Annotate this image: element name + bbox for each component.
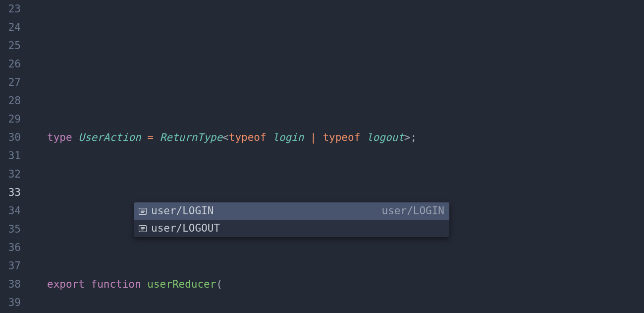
angle-open: < <box>222 131 229 143</box>
suggestion-widget[interactable]: user/LOGIN user/LOGIN user/LOGOUT <box>134 202 449 237</box>
identifier: login <box>272 131 304 143</box>
line-number: 39 <box>0 294 21 312</box>
keyword-typeof: typeof <box>229 131 267 143</box>
line-number: 30 <box>0 128 21 147</box>
line-number: 24 <box>0 18 21 37</box>
line-number-gutter: 23 24 25 26 27 28 29 30 31 32 33 34 35 3… <box>0 0 30 313</box>
keyword-export: export <box>47 278 85 290</box>
line-number: 32 <box>0 165 21 184</box>
function-name: userReducer <box>147 278 216 290</box>
line-number: 25 <box>0 37 21 55</box>
enum-member-icon <box>138 207 147 216</box>
line-number: 27 <box>0 73 21 92</box>
line-number-active: 33 <box>0 184 21 202</box>
line-number: 29 <box>0 110 21 128</box>
code-line[interactable]: export function userReducer( <box>30 275 644 294</box>
suggestion-label: user/LOGOUT <box>151 220 220 237</box>
suggestion-item[interactable]: user/LOGOUT <box>134 220 449 237</box>
semicolon: ; <box>410 131 417 143</box>
line-number: 28 <box>0 92 21 110</box>
keyword-function: function <box>91 278 141 290</box>
line-number: 26 <box>0 55 21 73</box>
suggestion-item[interactable]: user/LOGIN user/LOGIN <box>134 202 449 220</box>
code-line[interactable] <box>30 55 644 73</box>
type-name: UserAction <box>78 131 141 143</box>
enum-member-icon <box>138 224 147 233</box>
operator-pipe: | <box>310 131 317 143</box>
suggestion-label: user/LOGIN <box>151 202 214 220</box>
type-name: ReturnType <box>160 131 222 143</box>
line-number: 35 <box>0 220 21 239</box>
line-number: 38 <box>0 275 21 294</box>
operator-eq: = <box>147 131 154 143</box>
code-editor[interactable]: 23 24 25 26 27 28 29 30 31 32 33 34 35 3… <box>0 0 644 313</box>
code-area[interactable]: type UserAction = ReturnType<typeof logi… <box>30 0 644 313</box>
line-number: 31 <box>0 147 21 165</box>
code-line[interactable]: type UserAction = ReturnType<typeof logi… <box>30 128 644 147</box>
keyword-type: type <box>47 131 72 143</box>
keyword-typeof: typeof <box>322 131 360 143</box>
angle-close: > <box>404 131 411 143</box>
paren-open: ( <box>216 278 222 290</box>
identifier: logout <box>367 131 404 143</box>
suggestion-detail: user/LOGIN <box>382 202 444 220</box>
line-number: 36 <box>0 239 21 257</box>
line-number: 34 <box>0 202 21 220</box>
line-number: 23 <box>0 0 21 18</box>
line-number: 37 <box>0 257 21 275</box>
